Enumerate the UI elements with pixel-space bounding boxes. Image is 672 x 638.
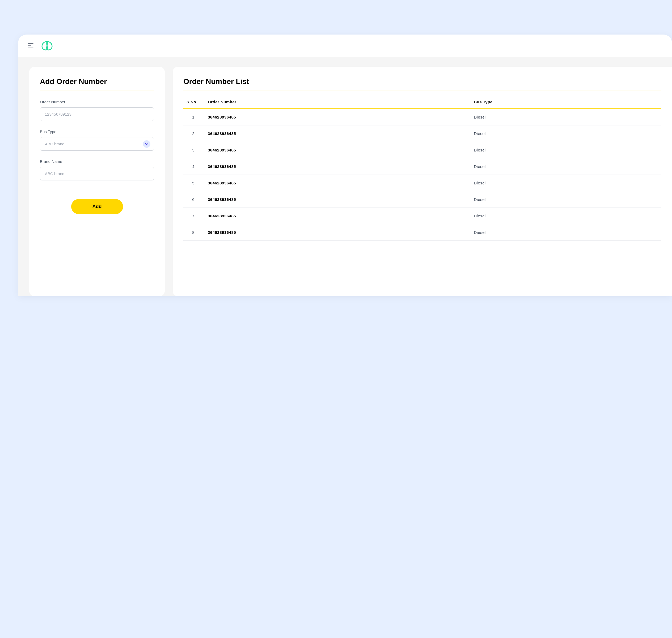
cell-order-number: 364628936485: [205, 125, 471, 142]
table-row: 5.364628936485Diesel: [183, 175, 661, 191]
table-row: 7.364628936485Diesel: [183, 208, 661, 224]
order-list-card: Order Number List S.No Order Number Bus …: [173, 67, 672, 296]
table-row: 4.364628936485Diesel: [183, 158, 661, 175]
cell-sno: 6.: [183, 191, 205, 208]
bus-type-label: Bus Type: [40, 130, 154, 134]
cell-order-number: 364628936485: [205, 109, 471, 125]
cell-bus-type: Diesel: [471, 125, 661, 142]
bus-type-select[interactable]: ABC brand: [40, 137, 154, 151]
cell-sno: 3.: [183, 142, 205, 158]
order-table: S.No Order Number Bus Type 1.36462893648…: [183, 100, 661, 241]
add-order-title: Add Order Number: [40, 77, 154, 91]
cell-bus-type: Diesel: [471, 191, 661, 208]
add-order-card: Add Order Number Order Number Bus Type A…: [29, 67, 165, 296]
menu-icon[interactable]: [28, 43, 33, 48]
cell-bus-type: Diesel: [471, 109, 661, 125]
order-number-input[interactable]: [40, 107, 154, 121]
cell-order-number: 364628936485: [205, 191, 471, 208]
cell-sno: 5.: [183, 175, 205, 191]
table-row: 8.364628936485Diesel: [183, 224, 661, 241]
app-logo: [41, 40, 53, 51]
cell-order-number: 364628936485: [205, 142, 471, 158]
bus-type-select-wrapper: ABC brand: [40, 137, 154, 151]
table-row: 1.364628936485Diesel: [183, 109, 661, 125]
order-table-body: 1.364628936485Diesel2.364628936485Diesel…: [183, 109, 661, 241]
order-number-group: Order Number: [40, 100, 154, 121]
cell-sno: 8.: [183, 224, 205, 241]
table-header-sno: S.No: [183, 100, 205, 109]
table-header-bus-type: Bus Type: [471, 100, 661, 109]
cell-sno: 2.: [183, 125, 205, 142]
cell-bus-type: Diesel: [471, 142, 661, 158]
brand-name-label: Brand Name: [40, 159, 154, 164]
cell-order-number: 364628936485: [205, 208, 471, 224]
main-content: Add Order Number Order Number Bus Type A…: [18, 57, 672, 296]
app-header: [18, 35, 672, 57]
order-number-label: Order Number: [40, 100, 154, 104]
add-button[interactable]: Add: [71, 199, 123, 214]
table-row: 2.364628936485Diesel: [183, 125, 661, 142]
table-row: 6.364628936485Diesel: [183, 191, 661, 208]
cell-order-number: 364628936485: [205, 175, 471, 191]
cell-sno: 7.: [183, 208, 205, 224]
app-container: Add Order Number Order Number Bus Type A…: [18, 35, 672, 296]
brand-name-input[interactable]: [40, 167, 154, 181]
brand-name-group: Brand Name: [40, 159, 154, 181]
cell-sno: 1.: [183, 109, 205, 125]
bus-type-group: Bus Type ABC brand: [40, 130, 154, 151]
order-list-title: Order Number List: [183, 77, 661, 91]
table-row: 3.364628936485Diesel: [183, 142, 661, 158]
cell-bus-type: Diesel: [471, 158, 661, 175]
cell-order-number: 364628936485: [205, 158, 471, 175]
cell-order-number: 364628936485: [205, 224, 471, 241]
table-header-order-number: Order Number: [205, 100, 471, 109]
cell-sno: 4.: [183, 158, 205, 175]
cell-bus-type: Diesel: [471, 208, 661, 224]
cell-bus-type: Diesel: [471, 224, 661, 241]
cell-bus-type: Diesel: [471, 175, 661, 191]
